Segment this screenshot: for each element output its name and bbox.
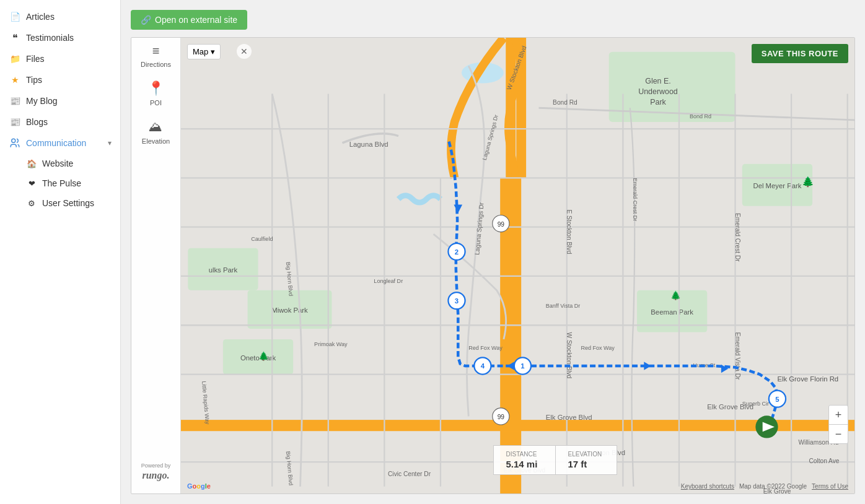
svg-text:Civic Center Dr: Civic Center Dr [388, 471, 431, 477]
svg-text:Primoak Way: Primoak Way [314, 341, 348, 347]
svg-rect-20 [181, 420, 854, 431]
chevron-down-icon: ▾ [211, 47, 215, 56]
google-logo: Google [187, 482, 211, 490]
svg-text:3: 3 [455, 297, 459, 305]
map-type-selector[interactable]: Map ▾ [187, 44, 221, 59]
pulse-icon: ❤ [26, 178, 37, 189]
svg-text:2: 2 [455, 248, 459, 256]
testimonials-icon: ❝ [9, 32, 21, 44]
my-blog-icon: 📰 [9, 95, 21, 107]
info-boxes: Distance 5.14 mi Elevation 17 ft [493, 445, 617, 475]
communication-icon [9, 137, 21, 149]
main-content: 🔗 Open on external site ≡ Directions 📍 P… [121, 0, 865, 504]
svg-point-0 [12, 139, 15, 142]
directions-button[interactable]: ≡ Directions [141, 44, 171, 68]
elevation-button[interactable]: ⛰ Elevation [142, 119, 170, 145]
svg-text:Emerald Crest Dr: Emerald Crest Dr [734, 213, 741, 262]
save-route-button[interactable]: SAVE THIS ROUTE [752, 44, 848, 63]
svg-text:Longleaf Dr: Longleaf Dr [374, 278, 403, 284]
svg-text:Park: Park [650, 98, 666, 106]
svg-text:Del Meyer Park: Del Meyer Park [753, 182, 801, 189]
zoom-controls: + − [828, 405, 848, 444]
rungo-logo: rungo. [142, 470, 169, 481]
svg-text:🌲: 🌲 [802, 176, 814, 188]
elevation-value: 17 ft [568, 459, 604, 469]
svg-text:Superb Cir: Superb Cir [742, 401, 769, 407]
svg-text:Elk Grove Blvd: Elk Grove Blvd [546, 414, 592, 421]
svg-text:4: 4 [481, 362, 485, 370]
svg-text:🌲: 🌲 [670, 290, 681, 301]
distance-label: Distance [506, 451, 543, 458]
powered-by: Powered by rungo. [141, 463, 171, 487]
svg-text:Glen E.: Glen E. [645, 77, 670, 85]
poi-icon: 📍 [147, 80, 164, 97]
svg-text:E Stockton Blvd: E Stockton Blvd [566, 209, 573, 254]
communication-chevron: ▾ [108, 139, 112, 147]
sidebar-item-blogs[interactable]: 📰 Blogs [0, 111, 120, 133]
svg-text:🌲: 🌲 [258, 351, 269, 362]
svg-text:Colton Ave: Colton Ave [809, 458, 839, 464]
map-left-controls: ≡ Directions 📍 POI ⛰ Elevation Powered b… [131, 38, 181, 493]
svg-text:Red Fox Way: Red Fox Way [468, 345, 503, 351]
svg-text:1: 1 [520, 362, 524, 370]
sidebar-item-tips[interactable]: ★ Tips [0, 69, 120, 90]
zoom-in-button[interactable]: + [829, 406, 848, 424]
svg-text:ulks Park: ulks Park [209, 266, 238, 274]
zoom-out-button[interactable]: − [829, 425, 848, 443]
svg-text:Emerald Vista Dr: Emerald Vista Dr [734, 332, 741, 380]
sidebar-item-articles[interactable]: 📄 Articles [0, 6, 120, 27]
svg-text:Beeman Park: Beeman Park [651, 308, 693, 316]
distance-box: Distance 5.14 mi [493, 445, 555, 475]
map-container[interactable]: ≡ Directions 📍 POI ⛰ Elevation Powered b… [131, 37, 855, 494]
sidebar-item-my-blog[interactable]: 📰 My Blog [0, 90, 120, 111]
website-icon: 🏠 [26, 158, 37, 169]
sidebar-item-testimonials[interactable]: ❝ Testimonials [0, 27, 120, 48]
svg-text:99: 99 [498, 414, 505, 420]
svg-text:Red Fox Way: Red Fox Way [581, 345, 615, 351]
poi-button[interactable]: 📍 POI [147, 80, 164, 106]
tips-icon: ★ [9, 74, 21, 86]
articles-icon: 📄 [9, 11, 21, 23]
svg-text:99: 99 [498, 221, 505, 228]
close-icon: ✕ [240, 46, 248, 56]
elevation-box: Elevation 17 ft [555, 445, 617, 475]
map-attribution: Keyboard shortcuts Map data ©2022 Google… [681, 483, 848, 490]
sidebar-item-user-settings[interactable]: ⚙ User Settings [0, 193, 120, 213]
svg-text:Bond Rd: Bond Rd [690, 113, 711, 119]
svg-text:W Stockton Blvd: W Stockton Blvd [566, 332, 573, 379]
svg-text:Emerald Crest Dr: Emerald Crest Dr [632, 178, 638, 221]
svg-text:Miwok Park: Miwok Park [271, 306, 308, 314]
svg-text:Caulfield: Caulfield [251, 236, 273, 242]
link-icon: 🔗 [141, 15, 151, 25]
open-external-button[interactable]: 🔗 Open on external site [131, 10, 247, 30]
sidebar-communication-header[interactable]: Communication ▾ [0, 133, 120, 154]
svg-text:Underwood: Underwood [638, 87, 678, 96]
blogs-icon: 📰 [9, 116, 21, 128]
files-icon: 📁 [9, 53, 21, 65]
elevation-label: Elevation [568, 451, 604, 458]
elevation-icon: ⛰ [149, 119, 162, 135]
svg-text:Laguna Blvd: Laguna Blvd [349, 141, 389, 148]
svg-text:Elk Grove Florin Rd: Elk Grove Florin Rd [777, 375, 838, 383]
map-view[interactable]: Glen E. Underwood Park Del Meyer Park Be… [181, 38, 854, 493]
svg-text:5: 5 [775, 396, 779, 403]
map-close-button[interactable]: ✕ [237, 44, 252, 59]
settings-icon: ⚙ [26, 198, 37, 209]
distance-value: 5.14 mi [506, 459, 543, 469]
svg-text:Bond Rd: Bond Rd [553, 99, 577, 106]
svg-text:Banff Vista Dr: Banff Vista Dr [546, 303, 580, 309]
directions-icon: ≡ [152, 44, 160, 58]
toolbar: 🔗 Open on external site [131, 10, 855, 30]
sidebar: 📄 Articles ❝ Testimonials 📁 Files ★ Tips… [0, 0, 121, 504]
sidebar-item-website[interactable]: 🏠 Website [0, 154, 120, 173]
sidebar-item-the-pulse[interactable]: ❤ The Pulse [0, 173, 120, 193]
sidebar-item-files[interactable]: 📁 Files [0, 48, 120, 69]
